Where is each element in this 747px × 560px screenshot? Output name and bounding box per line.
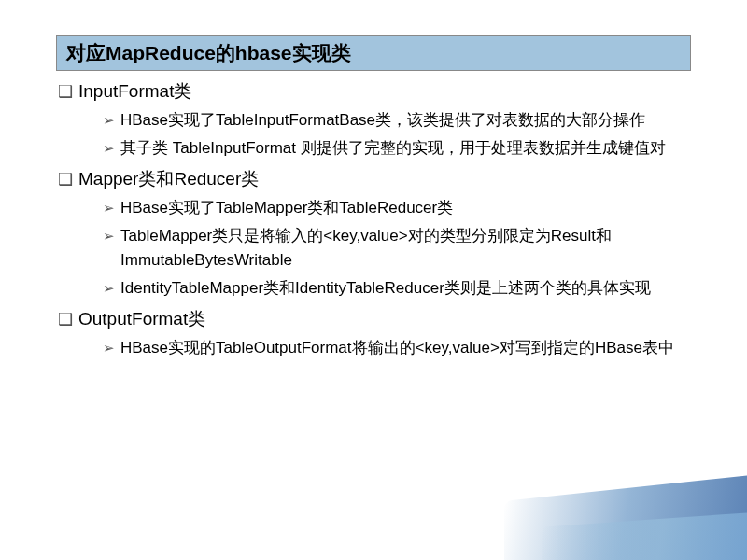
arrow-bullet-icon: ➢ (103, 136, 115, 161)
arrow-bullet-icon: ➢ (103, 336, 115, 360)
item-text: HBase实现的TableOutputFormat将输出的<key,value>… (120, 336, 674, 360)
arrow-bullet-icon: ➢ (103, 108, 115, 133)
arrow-bullet-icon: ➢ (103, 196, 115, 220)
section-heading: ❑ OutputFormat类 (58, 306, 691, 332)
heading-text: InputFormat类 (78, 78, 191, 105)
title-bar: 对应MapReduce的hbase实现类 (56, 35, 691, 71)
item-text: HBase实现了TableInputFormatBase类，该类提供了对表数据的… (120, 108, 645, 133)
item-text: 其子类 TableInputFormat 则提供了完整的实现，用于处理表数据并生… (120, 136, 666, 161)
arrow-bullet-icon: ➢ (103, 224, 115, 248)
square-bullet-icon: ❑ (58, 166, 73, 192)
item-text: TableMapper类只是将输入的<key,value>对的类型分别限定为Re… (120, 224, 691, 273)
slide-title: 对应MapReduce的hbase实现类 (66, 40, 681, 66)
list-item: ➢ IdentityTableMapper类和IdentityTableRedu… (103, 276, 691, 301)
item-text: IdentityTableMapper类和IdentityTableReduce… (120, 276, 651, 301)
list-item: ➢ TableMapper类只是将输入的<key,value>对的类型分别限定为… (103, 224, 691, 273)
heading-text: Mapper类和Reducer类 (78, 166, 259, 192)
section-heading: ❑ InputFormat类 (58, 78, 691, 105)
list-item: ➢ HBase实现的TableOutputFormat将输出的<key,valu… (103, 336, 691, 360)
square-bullet-icon: ❑ (58, 306, 73, 332)
arrow-bullet-icon: ➢ (103, 276, 115, 301)
heading-text: OutputFormat类 (78, 306, 205, 332)
section-heading: ❑ Mapper类和Reducer类 (58, 166, 691, 192)
content-area: ❑ InputFormat类 ➢ HBase实现了TableInputForma… (56, 78, 691, 360)
list-item: ➢ HBase实现了TableMapper类和TableReducer类 (103, 196, 691, 220)
slide-content: 对应MapReduce的hbase实现类 ❑ InputFormat类 ➢ HB… (0, 0, 747, 360)
list-item: ➢ 其子类 TableInputFormat 则提供了完整的实现，用于处理表数据… (103, 136, 691, 161)
item-text: HBase实现了TableMapper类和TableReducer类 (120, 196, 453, 220)
square-bullet-icon: ❑ (58, 78, 73, 105)
list-item: ➢ HBase实现了TableInputFormatBase类，该类提供了对表数… (103, 108, 691, 133)
